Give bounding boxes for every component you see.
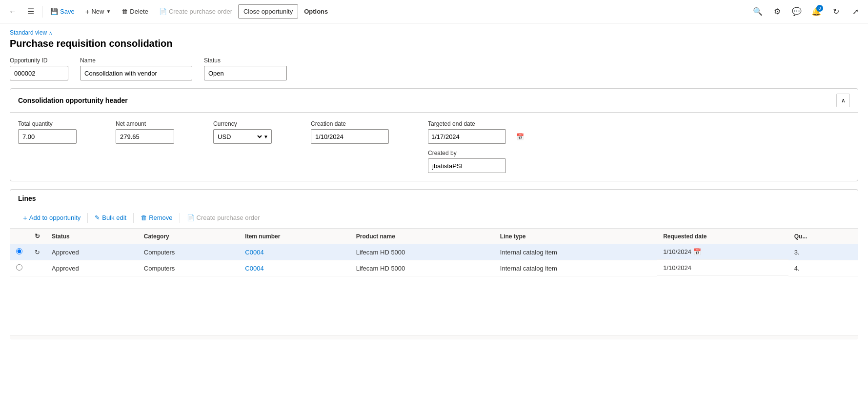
col-refresh: ↻: [28, 229, 46, 244]
close-opportunity-button[interactable]: Close opportunity: [238, 4, 298, 19]
row-requested-date: 1/10/2024 📅: [657, 244, 788, 260]
row-refresh-icon[interactable]: ↻: [35, 249, 40, 256]
created-by-input[interactable]: [428, 158, 506, 173]
creation-date-field: Creation date: [311, 120, 389, 144]
row-radio-cell: [10, 260, 28, 276]
row-line-type: Internal catalog item: [494, 244, 657, 260]
total-quantity-label: Total quantity: [18, 120, 77, 127]
status-field: Status: [204, 57, 287, 80]
creation-date-label: Creation date: [311, 120, 389, 127]
chat-button[interactable]: 💬: [788, 3, 806, 20]
row-calendar-icon[interactable]: 📅: [693, 248, 701, 255]
created-by-label: Created by: [428, 150, 506, 156]
currency-select[interactable]: USD EUR GBP: [214, 133, 263, 141]
net-amount-field: Net amount: [116, 120, 174, 144]
remove-icon: 🗑: [141, 214, 147, 221]
section-body: Total quantity Net amount Currency USD E…: [10, 113, 858, 181]
row-quantity: 3.: [788, 244, 858, 260]
toolbar-sep-1: [42, 6, 42, 18]
row-status: Approved: [46, 244, 138, 260]
view-chevron-icon: ∧: [49, 30, 52, 36]
add-icon: +: [23, 214, 27, 222]
bulk-edit-button[interactable]: ✎ Bulk edit: [90, 212, 131, 224]
refresh-col-icon: ↻: [35, 233, 40, 240]
row-product-name: Lifecam HD 5000: [350, 244, 494, 260]
add-to-opportunity-button[interactable]: + Add to opportunity: [18, 211, 85, 224]
row-quantity: 4.: [788, 260, 858, 276]
header-fields-row: Total quantity Net amount Currency USD E…: [18, 120, 850, 173]
creation-date-input[interactable]: [311, 129, 389, 144]
lines-table-wrap: ↻ Status Category Item number Product na…: [10, 229, 858, 276]
create-po-lines-button[interactable]: 📄 Create purchase order: [182, 212, 265, 224]
row-item-number[interactable]: C0004: [239, 260, 350, 276]
options-button[interactable]: Options: [299, 5, 333, 18]
hamburger-icon: ☰: [27, 7, 34, 16]
table-row[interactable]: Approved Computers C0004 Lifecam HD 5000…: [10, 260, 858, 276]
row-status: Approved: [46, 260, 138, 276]
create-po-lines-icon: 📄: [187, 214, 195, 221]
form-row: Opportunity ID Name Status: [10, 57, 858, 80]
new-chevron-icon: ▼: [106, 9, 111, 14]
toolbar-right: 🔍 ⚙ 💬 🔔 0 ↻ ➚: [749, 3, 864, 20]
col-status: Status: [46, 229, 138, 244]
edit-icon: ✎: [95, 214, 100, 221]
col-category: Category: [138, 229, 240, 244]
new-plus-icon: +: [85, 7, 90, 16]
bell-button[interactable]: 🔔 0: [807, 3, 825, 20]
col-line-type: Line type: [494, 229, 657, 244]
bell-badge: 0: [816, 5, 823, 12]
targeted-end-date-calendar-button[interactable]: 📅: [516, 130, 524, 143]
horizontal-scrollbar[interactable]: [10, 335, 858, 339]
lines-header: Lines: [10, 190, 858, 207]
back-icon: ←: [9, 7, 17, 16]
gear-icon: ⚙: [774, 7, 781, 16]
back-button[interactable]: ←: [4, 4, 21, 19]
targeted-end-date-label: Targeted end date: [428, 120, 506, 127]
new-button[interactable]: + New ▼: [81, 4, 116, 19]
table-row[interactable]: ↻ Approved Computers C0004 Lifecam HD 50…: [10, 244, 858, 260]
lines-toolbar: + Add to opportunity ✎ Bulk edit 🗑 Remov…: [10, 207, 858, 229]
opportunity-id-field: Opportunity ID: [10, 57, 68, 80]
targeted-end-date-wrap: 📅: [428, 129, 506, 144]
status-label: Status: [204, 57, 287, 64]
row-radio[interactable]: [16, 264, 22, 271]
row-line-type: Internal catalog item: [494, 260, 657, 276]
name-input[interactable]: [80, 66, 192, 80]
row-requested-date: 1/10/2024: [657, 260, 788, 276]
lines-section: Lines + Add to opportunity ✎ Bulk edit 🗑…: [10, 189, 858, 339]
opportunity-id-label: Opportunity ID: [10, 57, 68, 64]
remove-button[interactable]: 🗑 Remove: [136, 212, 177, 224]
hamburger-button[interactable]: ☰: [22, 4, 39, 19]
name-label: Name: [80, 57, 192, 64]
currency-chevron-icon: ▼: [263, 134, 271, 139]
standard-view-label[interactable]: Standard view ∧: [10, 29, 858, 36]
status-input[interactable]: [204, 66, 287, 80]
delete-icon: 🗑: [121, 8, 128, 15]
calendar-icon: 📅: [516, 133, 524, 140]
create-po-toolbar-button[interactable]: 📄 Create purchase order: [154, 5, 237, 18]
delete-button[interactable]: 🗑 Delete: [117, 5, 153, 18]
currency-label: Currency: [213, 120, 272, 127]
fullscreen-button[interactable]: ➚: [847, 3, 864, 20]
row-category: Computers: [138, 244, 240, 260]
save-button[interactable]: 💾 Save: [45, 5, 80, 18]
created-by-field: Created by: [428, 150, 506, 173]
opportunity-id-input[interactable]: [10, 66, 68, 80]
section-title: Consolidation opportunity header: [18, 97, 128, 104]
refresh-button[interactable]: ↻: [827, 3, 845, 20]
currency-field: Currency USD EUR GBP ▼: [213, 120, 272, 144]
targeted-end-date-input[interactable]: [428, 133, 516, 140]
page-title: Purchase requisition consolidation: [10, 38, 858, 49]
lines-empty-space: [10, 276, 858, 335]
net-amount-input[interactable]: [116, 129, 174, 144]
total-quantity-input[interactable]: [18, 129, 77, 144]
refresh-icon: ↻: [833, 7, 839, 16]
col-quantity: Qu...: [788, 229, 858, 244]
consolidation-header-section: Consolidation opportunity header ∧ Total…: [10, 88, 858, 181]
search-toolbar-button[interactable]: 🔍: [749, 3, 767, 20]
row-item-number[interactable]: C0004: [239, 244, 350, 260]
col-select: [10, 229, 28, 244]
collapse-button[interactable]: ∧: [836, 94, 850, 107]
row-radio[interactable]: [16, 248, 22, 254]
settings-button[interactable]: ⚙: [768, 3, 786, 20]
